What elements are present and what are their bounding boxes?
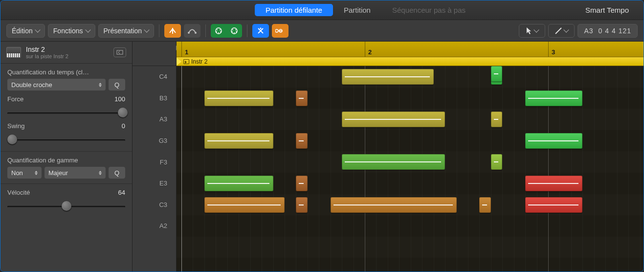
- midi-note[interactable]: [331, 197, 457, 213]
- expand-icon: [116, 50, 123, 55]
- key-label[interactable]: E3: [133, 173, 176, 194]
- region-strip[interactable]: Instr 2: [177, 57, 644, 66]
- midi-note[interactable]: [204, 133, 273, 149]
- automation-curve-button[interactable]: [184, 24, 200, 38]
- force-slider[interactable]: [7, 106, 125, 119]
- catch-playhead-button[interactable]: [164, 24, 181, 38]
- tab-step-sequencer[interactable]: Séquenceur pas à pas: [381, 4, 476, 16]
- midi-note[interactable]: [342, 112, 445, 127]
- scale-mode-select[interactable]: Majeur: [44, 167, 106, 179]
- midi-note[interactable]: [204, 197, 285, 213]
- piano-roll-editor: C4B3A3G3F3E3C3A2 123 Instr 2: [133, 42, 644, 272]
- scale-quantize-apply-button[interactable]: Q: [109, 167, 125, 179]
- toolbar: Édition Fonctions Présentation: [0, 20, 644, 42]
- midi-grid[interactable]: 123 Instr 2: [177, 42, 644, 272]
- link-icon: [275, 28, 285, 34]
- midi-note[interactable]: [204, 176, 273, 191]
- scale-mode-label: Majeur: [48, 169, 68, 177]
- midi-in-out-group[interactable]: [211, 24, 242, 38]
- playhead-marker-icon[interactable]: [177, 57, 181, 67]
- pencil-tool[interactable]: [548, 24, 575, 38]
- expand-button[interactable]: [113, 47, 126, 57]
- info-display: A3 0 4 4 121: [577, 24, 638, 38]
- info-pitch: A3: [584, 27, 593, 35]
- midi-note[interactable]: [525, 133, 582, 149]
- link-button[interactable]: [272, 24, 289, 38]
- swing-value: 0: [122, 122, 125, 130]
- force-label: Force: [7, 95, 23, 103]
- svg-point-11: [235, 29, 236, 30]
- menu-presentation[interactable]: Présentation: [98, 24, 155, 38]
- line-icon: [555, 27, 562, 35]
- chevron-down-icon: [564, 27, 569, 32]
- region-subtitle: sur la piste Instr 2: [26, 53, 109, 59]
- midi-note[interactable]: [479, 197, 490, 213]
- midi-note[interactable]: [491, 112, 502, 127]
- bar-ruler[interactable]: 123: [177, 42, 644, 57]
- svg-point-7: [220, 31, 221, 32]
- bar-number[interactable]: 2: [365, 42, 372, 57]
- collapse-mode-button[interactable]: [252, 24, 269, 38]
- chevron-down-icon: [85, 27, 90, 32]
- catch-icon: [168, 27, 177, 34]
- tab-score[interactable]: Partition: [333, 4, 381, 16]
- svg-point-12: [232, 31, 233, 32]
- key-label[interactable]: F3: [133, 151, 176, 173]
- tab-piano-roll[interactable]: Partition défilante: [255, 4, 333, 16]
- menu-functions-label: Fonctions: [53, 27, 83, 35]
- svg-point-14: [234, 32, 235, 33]
- menu-functions[interactable]: Fonctions: [48, 24, 95, 38]
- midi-note[interactable]: [296, 133, 307, 149]
- region-title: Instr 2: [26, 45, 109, 53]
- chevron-down-icon: [144, 27, 149, 32]
- tab-smart-tempo[interactable]: Smart Tempo: [585, 6, 639, 14]
- swing-label: Swing: [7, 122, 24, 130]
- svg-point-13: [236, 31, 237, 32]
- svg-point-8: [218, 32, 219, 33]
- view-tabs: Partition défilante Partition Séquenceur…: [0, 0, 644, 20]
- quantize-value-select[interactable]: Double croche: [7, 79, 106, 91]
- collapse-icon: [257, 27, 265, 35]
- key-label[interactable]: C4: [133, 66, 176, 88]
- curve-icon: [188, 27, 197, 34]
- scale-root-select[interactable]: Non: [7, 167, 42, 179]
- midi-note[interactable]: [204, 91, 273, 106]
- quantize-time-label: Quantification du temps (cl…: [7, 68, 89, 76]
- key-label[interactable]: A2: [133, 215, 176, 237]
- svg-point-15: [260, 27, 262, 29]
- midi-note[interactable]: [342, 69, 434, 85]
- midi-in-icon: [214, 27, 223, 35]
- key-label[interactable]: C3: [133, 194, 176, 216]
- key-label[interactable]: B3: [133, 88, 176, 109]
- pointer-tool[interactable]: [519, 24, 545, 38]
- info-position: 0 4 4 121: [599, 27, 631, 35]
- key-label[interactable]: G3: [133, 130, 176, 152]
- svg-point-1: [188, 32, 190, 34]
- midi-note[interactable]: [491, 66, 502, 82]
- svg-point-6: [216, 31, 217, 32]
- midi-note[interactable]: [296, 176, 307, 191]
- midi-note[interactable]: [342, 154, 445, 170]
- midi-note[interactable]: [491, 154, 502, 170]
- midi-note[interactable]: [525, 176, 582, 191]
- velocity-label: Vélocité: [7, 189, 30, 196]
- scale-root-label: Non: [11, 169, 23, 177]
- velocity-value: 64: [118, 189, 125, 196]
- svg-point-2: [195, 32, 197, 34]
- svg-point-5: [220, 29, 221, 30]
- midi-note[interactable]: [296, 91, 307, 106]
- velocity-slider[interactable]: [7, 199, 125, 213]
- bar-number[interactable]: 3: [548, 42, 555, 57]
- svg-rect-0: [172, 28, 173, 34]
- chevron-down-icon: [534, 27, 539, 32]
- midi-note[interactable]: [525, 91, 582, 106]
- midi-note[interactable]: [525, 197, 582, 213]
- midi-note[interactable]: [296, 197, 307, 213]
- region-name: Instr 2: [191, 58, 207, 65]
- bar-number[interactable]: 1: [181, 42, 188, 57]
- quantize-apply-button[interactable]: Q: [109, 79, 125, 91]
- swing-slider[interactable]: [7, 133, 125, 146]
- key-label[interactable]: A3: [133, 109, 176, 130]
- menu-edit[interactable]: Édition: [6, 24, 45, 38]
- pointer-icon: [526, 27, 533, 35]
